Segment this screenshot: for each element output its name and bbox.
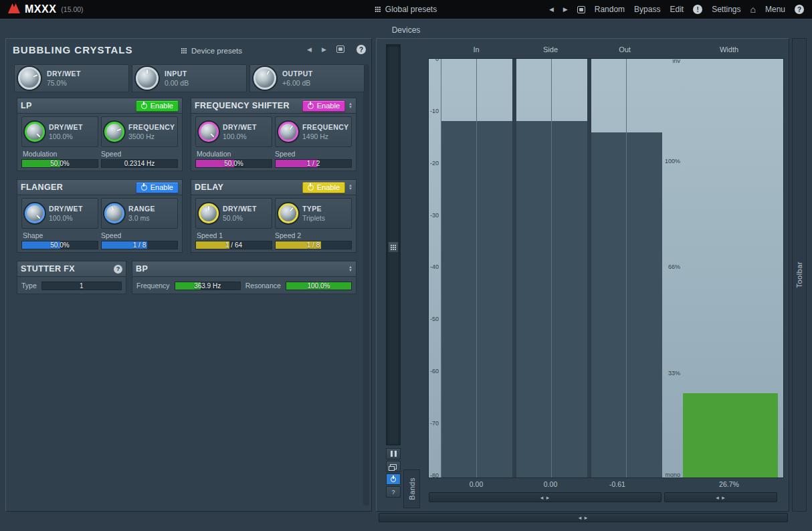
module-title: BP [136,264,148,274]
knob-cell: FREQUENCY 3500 Hz [101,116,178,147]
knob-label: TYPE [302,205,325,213]
pause-button[interactable] [386,448,401,459]
help-icon[interactable]: ? [795,5,804,14]
range-knob[interactable] [104,203,124,223]
speed-slider[interactable]: 1 / 8 [101,241,178,249]
preset-next-button[interactable]: ▶ [563,6,568,13]
edit-button[interactable]: Edit [670,5,684,14]
device-help-icon[interactable]: ? [357,45,366,54]
module-body: Type 1 [17,277,126,294]
dry-wet-knob[interactable] [25,122,45,142]
meter-scrollbar-left[interactable]: ◂ ▸ [429,492,662,502]
enable-button[interactable]: Enable [136,100,179,112]
device-presets-button[interactable]: Device presets [181,47,242,55]
modulation-slider[interactable]: 50.0% [195,159,272,168]
preset-manager-icon[interactable] [577,6,585,13]
knob-cell: DRY/WET 100.0% [21,116,98,147]
stutter-help-icon[interactable]: ? [114,265,122,274]
scale-tick: -50 [430,316,439,322]
meter-display: 0 -10 -20 -30 -40 -50 -60 -70 -80 [429,59,783,477]
device-preset-next-button[interactable]: ▶ [322,46,326,53]
slider-value: 100.0% [286,282,351,290]
dry-wet-knob[interactable] [25,203,45,223]
module-spinner[interactable]: ▲ ▼ [348,184,352,191]
enable-button[interactable]: Enable [302,182,345,193]
spinner-down-icon[interactable]: ▼ [348,187,352,191]
readout-out: -0.61 [609,480,625,488]
knob-cell: DRY/WET 100.0% [195,116,272,147]
random-button[interactable]: Random [595,5,625,14]
output-cell: OUTPUT +6.00 dB [249,64,365,92]
enable-button[interactable]: Enable [302,100,345,112]
frequency-slider[interactable]: 363.9 Hz [175,282,241,290]
modules-grid: LP Enable DRY/WET 100.0% [17,98,357,365]
output-knob[interactable] [253,67,276,90]
speed-slider[interactable]: 1 / 2 [275,159,352,168]
resonance-slider[interactable]: 100.0% [286,282,352,290]
scale-tick: -20 [430,160,439,167]
global-presets-button[interactable]: Global presets [375,0,437,19]
knob-label: OUTPUT [282,70,313,78]
scale-tick: 100% [665,158,680,165]
spinner-down-icon[interactable]: ▼ [348,269,352,272]
popup-window-button[interactable] [386,461,401,472]
slider-label: Speed [274,150,352,158]
meter-column-labels: In Side Out Width [425,45,785,56]
tab-bands[interactable]: Bands [403,469,420,508]
input-knob[interactable] [136,67,159,90]
knob-value: Triplets [302,214,325,222]
meter-readouts: 0.00 0.00 -0.61 26.7% [425,480,785,490]
shape-slider[interactable]: 50.0% [21,241,98,249]
frequency-knob[interactable] [104,122,124,142]
dry-wet-knob[interactable] [199,122,219,142]
module-body: DRY/WET 50.0% TYPE Triplets [191,195,357,253]
meter-scrollbar-right[interactable]: ◂ ▸ [664,492,777,502]
knob-value: 100.0% [49,132,83,140]
modulation-slider[interactable]: 50.0% [21,159,98,168]
bypass-button[interactable]: Bypass [634,5,660,14]
enable-button[interactable]: Enable [136,182,179,193]
pause-icon [391,451,397,457]
meter-bar-out-right [627,59,662,477]
meter-bar-side-right [552,59,587,477]
meter-zoom-slider[interactable] [386,44,401,445]
frequency-knob[interactable] [278,122,298,142]
module-spinner[interactable]: ▲ ▼ [348,102,352,109]
preset-prev-button[interactable]: ◀ [549,6,554,13]
device-preset-prev-button[interactable]: ◀ [307,46,312,53]
meter-power-button[interactable] [386,473,401,485]
app-version: (15.00) [61,5,83,13]
tab-devices[interactable]: Devices [0,25,812,35]
knob-value: 3.0 ms [128,214,155,222]
type-knob[interactable] [278,203,298,223]
horizontal-scrollbar[interactable]: ◂ ▸ [379,513,788,522]
speed1-slider[interactable]: 1 / 64 [195,241,272,249]
module-header: FLANGER Enable [17,179,183,195]
enable-label: Enable [317,183,340,191]
slider-value: 1 / 8 [276,241,351,249]
settings-button[interactable]: Settings [712,5,740,14]
dry-wet-knob[interactable] [18,67,41,90]
meter-bar-in-left [441,59,476,477]
device-name: BUBBLING CRYSTALS [13,44,133,56]
dry-wet-knob[interactable] [199,203,219,223]
slider-value: 1 [42,282,121,290]
module-spinner[interactable]: ▲ ▼ [348,266,352,272]
meter-options-button[interactable] [388,241,399,253]
scale-tick: 66% [668,263,680,270]
scale-tick: -80 [430,472,439,479]
knob-value: 3500 Hz [128,132,175,140]
menu-button[interactable]: Menu [765,5,785,14]
meter-help-button[interactable]: ? [386,486,401,498]
speed-slider[interactable]: 0.2314 Hz [101,159,178,168]
device-preset-manager-icon[interactable] [336,45,344,53]
home-icon[interactable]: ⌂ [750,5,756,14]
type-slider[interactable]: 1 [41,282,122,290]
speed2-slider[interactable]: 1 / 8 [275,241,352,249]
tab-toolbar[interactable]: Toolbar [792,38,807,512]
meter-panel: ? Bands In Side Out Width 0 -10 -20 -30 … [376,38,789,512]
spinner-down-icon[interactable]: ▼ [348,106,352,109]
warning-icon[interactable]: ! [693,5,702,14]
device-panel-scrollbar[interactable] [363,64,369,506]
power-icon [141,185,147,191]
